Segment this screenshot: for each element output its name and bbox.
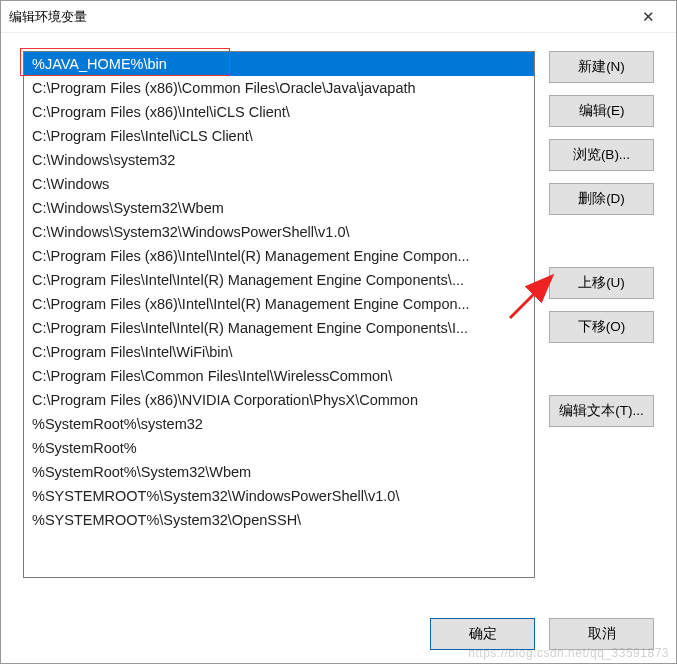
spacer xyxy=(549,227,654,255)
list-item[interactable]: C:\Program Files\Intel\Intel(R) Manageme… xyxy=(24,316,534,340)
close-icon[interactable]: ✕ xyxy=(628,1,668,33)
list-item[interactable]: C:\Windows\System32\Wbem xyxy=(24,196,534,220)
content-area: %JAVA_HOME%\binC:\Program Files (x86)\Co… xyxy=(1,33,676,605)
list-item[interactable]: %SystemRoot% xyxy=(24,436,534,460)
spacer xyxy=(549,355,654,383)
list-item[interactable]: C:\Program Files\Intel\iCLS Client\ xyxy=(24,124,534,148)
new-button[interactable]: 新建(N) xyxy=(549,51,654,83)
browse-button[interactable]: 浏览(B)... xyxy=(549,139,654,171)
side-buttons: 新建(N) 编辑(E) 浏览(B)... 删除(D) 上移(U) 下移(O) 编… xyxy=(549,51,654,605)
edit-text-button[interactable]: 编辑文本(T)... xyxy=(549,395,654,427)
list-item[interactable]: C:\Program Files\Intel\WiFi\bin\ xyxy=(24,340,534,364)
list-item[interactable]: %SYSTEMROOT%\System32\WindowsPowerShell\… xyxy=(24,484,534,508)
list-item[interactable]: C:\Program Files\Common Files\Intel\Wire… xyxy=(24,364,534,388)
list-item[interactable]: C:\Program Files\Intel\Intel(R) Manageme… xyxy=(24,268,534,292)
list-item[interactable]: C:\Program Files (x86)\NVIDIA Corporatio… xyxy=(24,388,534,412)
list-item[interactable]: %SYSTEMROOT%\System32\OpenSSH\ xyxy=(24,508,534,532)
list-item[interactable]: C:\Windows xyxy=(24,172,534,196)
list-item[interactable]: C:\Program Files (x86)\Common Files\Orac… xyxy=(24,76,534,100)
edit-button[interactable]: 编辑(E) xyxy=(549,95,654,127)
delete-button[interactable]: 删除(D) xyxy=(549,183,654,215)
move-up-button[interactable]: 上移(U) xyxy=(549,267,654,299)
list-item[interactable]: C:\Program Files (x86)\Intel\Intel(R) Ma… xyxy=(24,244,534,268)
list-item[interactable]: C:\Program Files (x86)\Intel\Intel(R) Ma… xyxy=(24,292,534,316)
list-item[interactable]: %SystemRoot%\system32 xyxy=(24,412,534,436)
list-wrapper: %JAVA_HOME%\binC:\Program Files (x86)\Co… xyxy=(23,51,535,578)
list-item[interactable]: C:\Windows\system32 xyxy=(24,148,534,172)
path-listbox[interactable]: %JAVA_HOME%\binC:\Program Files (x86)\Co… xyxy=(23,51,535,578)
dialog-window: 编辑环境变量 ✕ %JAVA_HOME%\binC:\Program Files… xyxy=(0,0,677,664)
list-item[interactable]: C:\Windows\System32\WindowsPowerShell\v1… xyxy=(24,220,534,244)
titlebar: 编辑环境变量 ✕ xyxy=(1,1,676,33)
list-item[interactable]: C:\Program Files (x86)\Intel\iCLS Client… xyxy=(24,100,534,124)
watermark: https://blog.csdn.net/qq_33591873 xyxy=(468,646,669,660)
window-title: 编辑环境变量 xyxy=(9,8,628,26)
move-down-button[interactable]: 下移(O) xyxy=(549,311,654,343)
list-item[interactable]: %SystemRoot%\System32\Wbem xyxy=(24,460,534,484)
list-item[interactable]: %JAVA_HOME%\bin xyxy=(24,52,534,76)
